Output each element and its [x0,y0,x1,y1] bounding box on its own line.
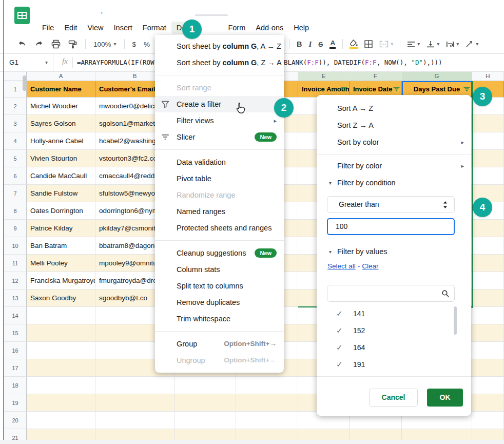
cell-customer-name[interactable]: Vivien Stourton [27,150,95,167]
cell-customer-name[interactable]: Sayres Golson [27,115,95,132]
text-rotation-button[interactable]: ▾ [466,41,478,48]
menu-item-cleanup-suggestions[interactable]: NewCleanup suggestions [155,245,284,261]
cell-customer-name[interactable] [27,342,95,359]
value-list-item[interactable]: ✓152 [317,322,471,339]
menu-item-sort-sheet-za[interactable]: Sort sheet by column G, Z → A [155,54,284,71]
cell-customer-name[interactable]: Melli Pooley [27,255,95,272]
value-search-box[interactable] [327,285,455,302]
menu-item-trim-whitespace[interactable]: Trim whitespace [155,311,284,327]
filter-icon[interactable] [341,86,347,92]
menu-item-group[interactable]: Option+Shift+→Group [155,336,284,352]
print-icon[interactable] [51,40,61,49]
cell-email[interactable] [95,394,175,412]
column-header[interactable]: G [402,72,472,81]
value-list-item[interactable]: ✓141 [317,305,471,322]
cell-customer-name[interactable]: Patrice Kilday [27,220,95,237]
menu-addons[interactable]: Add-ons [250,22,288,34]
row-number-cell[interactable]: 11 [4,255,27,272]
merge-cells-button[interactable]: ▾ [379,41,393,48]
row-number-cell[interactable]: 7 [4,185,27,202]
row-number-cell[interactable]: 16 [4,342,27,359]
row-number-cell[interactable]: 15 [4,324,27,342]
filter-sort-za[interactable]: Sort Z → A [317,117,471,134]
menu-insert[interactable]: Insert [109,22,138,34]
row-number-cell[interactable]: 14 [4,307,27,324]
filter-by-values-toggle[interactable]: ▾Filter by values [317,243,471,260]
cell-empty[interactable] [472,132,504,150]
cell-customer-name[interactable]: Sandie Fulstow [27,185,95,202]
menu-format[interactable]: Format [138,22,171,34]
ok-button[interactable]: OK [427,389,463,407]
menu-item-slicer[interactable]: NewSlicer [155,129,284,145]
menu-item-named-ranges[interactable]: Named ranges [155,203,284,220]
cell-empty[interactable] [175,412,236,429]
row-number-cell[interactable]: 17 [4,359,27,377]
vertical-align-button[interactable]: ▾ [427,41,439,48]
cell-customer-name[interactable] [27,307,95,324]
condition-value-input[interactable]: 100 [327,218,455,235]
cell-customer-name[interactable]: Oates Dorrington [27,202,95,220]
select-all-link[interactable]: Select all [327,262,356,270]
column-header[interactable]: A [27,72,95,81]
row-number-cell[interactable]: 6 [4,167,27,185]
menu-item-create-a-filter[interactable]: Create a filter [155,96,284,112]
redo-icon[interactable] [34,41,44,48]
clear-link[interactable]: Clear [362,262,378,270]
filter-icon[interactable] [393,86,400,92]
filter-sort-by-color[interactable]: Sort by color▸ [317,134,471,151]
cell-customer-name[interactable]: Franciska Murgatroyd [27,272,95,289]
row-number-cell[interactable]: 4 [4,132,27,150]
cell-customer-name[interactable] [27,377,95,394]
cell-empty[interactable] [472,377,504,394]
paint-format-icon[interactable] [68,40,77,49]
horizontal-align-button[interactable]: ▾ [407,41,420,48]
cell-header-customer-name[interactable]: Customer Name [27,81,95,98]
text-color-button[interactable]: A [329,40,336,49]
cell-customer-name[interactable] [27,412,95,429]
cell-customer-name[interactable]: Holly-anne Cabel [27,132,95,150]
cell-empty[interactable] [236,412,298,429]
undo-icon[interactable] [17,41,27,48]
sheets-logo-icon[interactable] [13,6,31,25]
row-number-cell[interactable]: 19 [4,394,27,412]
text-wrap-button[interactable]: ▾ [446,41,459,48]
menu-item-split-text[interactable]: Split text to columns [155,278,284,294]
cell-empty[interactable] [472,324,504,342]
menu-item-data-validation[interactable]: Data validation [155,154,284,170]
menu-item-pivot-table[interactable]: Pivot table [155,170,284,187]
resize-handle[interactable] [23,75,26,91]
column-header[interactable]: H [472,72,504,81]
condition-select[interactable]: Greater than [327,196,455,213]
cell-empty[interactable] [472,167,504,185]
bold-button[interactable]: B [297,40,302,48]
menu-item-column-stats[interactable]: Column stats [155,261,284,278]
row-number-cell[interactable]: 8 [4,202,27,220]
row-number-cell[interactable]: 20 [4,412,27,429]
format-percent-button[interactable]: % [144,41,150,48]
row-number-cell[interactable]: 3 [4,115,27,132]
cell-customer-name[interactable]: Ban Batram [27,237,95,255]
format-currency-button[interactable]: $ [132,41,137,48]
cell-empty[interactable] [236,394,298,412]
menu-item-sort-sheet-az[interactable]: Sort sheet by column G, A → Z [155,38,284,54]
cell-empty[interactable] [472,359,504,377]
scrollbar-thumb[interactable] [454,306,457,335]
cancel-button[interactable]: Cancel [369,389,418,407]
row-number-cell[interactable]: 12 [4,272,27,289]
cell-customer-name[interactable] [27,359,95,377]
row-number-cell[interactable]: 10 [4,237,27,255]
cell-empty[interactable] [472,220,504,237]
menu-help[interactable]: Help [288,22,314,34]
cell-customer-name[interactable]: Michel Woodier [27,98,95,115]
menu-edit[interactable]: Edit [59,22,82,34]
filter-by-condition-toggle[interactable]: ▾Filter by condition [317,175,471,191]
cell-empty[interactable] [472,237,504,255]
zoom-select[interactable]: 100%▾ [93,41,117,48]
cell-empty[interactable] [472,394,504,412]
row-number-cell[interactable]: 2 [4,98,27,115]
formula-input-right[interactable]: BLANK(F:F)), DATEDIF(F:F, NOW(), "D"),))… [284,54,442,71]
menu-file[interactable]: File [37,22,59,34]
cell-empty[interactable] [175,377,236,394]
cell-empty[interactable] [472,255,504,272]
menu-item-remove-duplicates[interactable]: Remove duplicates [155,294,284,311]
